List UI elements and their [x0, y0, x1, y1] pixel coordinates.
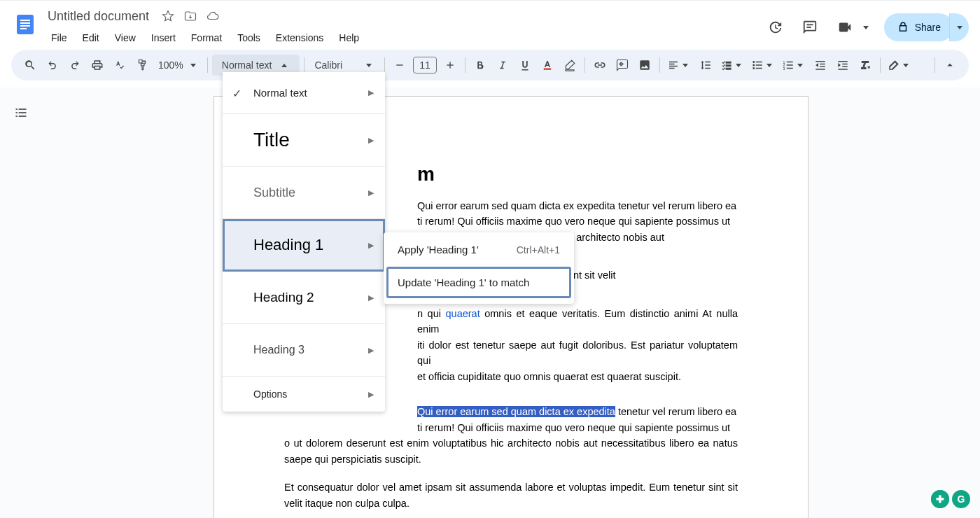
meet-caret-icon[interactable] [859, 26, 873, 29]
style-option-subtitle[interactable]: Subtitle ▶ [223, 167, 385, 219]
menu-edit[interactable]: Edit [76, 29, 106, 46]
extension-badges: ✚ G [931, 490, 970, 508]
svg-rect-31 [838, 61, 848, 62]
move-icon[interactable] [184, 10, 197, 22]
comments-icon[interactable] [796, 13, 824, 41]
numbered-list-icon[interactable]: 123 [779, 55, 808, 76]
svg-rect-12 [669, 64, 675, 65]
menu-extensions[interactable]: Extensions [270, 29, 330, 46]
spellcheck-icon[interactable] [109, 55, 130, 76]
extension-badge-icon[interactable]: ✚ [931, 490, 949, 508]
document-title[interactable]: Untitled document [45, 9, 152, 24]
font-size-group: 11 [389, 55, 461, 76]
outline-toggle-icon[interactable] [8, 100, 34, 125]
print-icon[interactable] [87, 55, 108, 76]
style-option-title[interactable]: Title ▶ [223, 114, 385, 167]
heading1-submenu: Apply 'Heading 1' Ctrl+Alt+1 Update 'Hea… [384, 232, 574, 304]
menu-tools[interactable]: Tools [231, 29, 267, 46]
svg-rect-27 [816, 61, 825, 62]
add-comment-icon[interactable] [612, 55, 633, 76]
separator [880, 57, 881, 73]
indent-decrease-icon[interactable] [810, 55, 831, 76]
menu-insert[interactable]: Insert [145, 29, 182, 46]
svg-rect-33 [842, 66, 848, 68]
italic-icon[interactable] [492, 55, 513, 76]
doc-paragraph: Et consequatur dolor vel amet ipsam sit … [284, 479, 738, 511]
checklist-icon[interactable] [718, 55, 747, 76]
svg-text:3: 3 [783, 66, 785, 71]
toolbar: 100% Normal text Calibri 11 [11, 50, 969, 80]
zoom-value: 100% [158, 59, 183, 71]
redo-icon[interactable] [64, 55, 85, 76]
separator [304, 57, 304, 73]
svg-rect-40 [19, 115, 27, 117]
svg-rect-34 [838, 69, 848, 70]
search-icon[interactable] [20, 55, 41, 76]
zoom-select[interactable]: 100% [154, 59, 203, 71]
line-spacing-icon[interactable] [695, 55, 716, 76]
insert-image-icon[interactable] [634, 55, 655, 76]
bulleted-list-icon[interactable] [748, 55, 778, 76]
meet-icon[interactable] [831, 13, 859, 41]
editing-mode-icon[interactable] [885, 55, 914, 76]
menu-help[interactable]: Help [332, 29, 365, 46]
svg-rect-10 [544, 69, 552, 70]
apply-heading1[interactable]: Apply 'Heading 1' Ctrl+Alt+1 [384, 237, 574, 262]
share-button[interactable]: Share [884, 13, 953, 41]
menu-view[interactable]: View [108, 29, 142, 46]
svg-rect-19 [756, 64, 762, 66]
svg-point-15 [752, 61, 755, 63]
highlight-icon[interactable] [559, 55, 580, 76]
grammarly-icon[interactable]: G [952, 490, 970, 508]
svg-rect-20 [756, 68, 762, 69]
doc-link[interactable]: quaerat [446, 308, 480, 319]
insert-link-icon[interactable] [589, 55, 610, 76]
undo-icon[interactable] [42, 55, 63, 76]
svg-rect-4 [20, 28, 27, 29]
submenu-arrow-icon: ▶ [368, 293, 374, 302]
menu-file[interactable]: File [45, 29, 74, 46]
submenu-arrow-icon: ▶ [368, 346, 374, 355]
font-size-input[interactable]: 11 [413, 57, 437, 74]
submenu-arrow-icon: ▶ [368, 136, 374, 145]
selected-text: Qui error earum sed quam dicta ex expedi… [417, 406, 615, 417]
text-color-icon[interactable] [537, 55, 558, 76]
svg-rect-14 [669, 68, 675, 69]
indent-increase-icon[interactable] [832, 55, 853, 76]
align-icon[interactable] [664, 55, 694, 76]
style-option-heading-3[interactable]: Heading 3 ▶ [223, 324, 385, 377]
star-icon[interactable] [162, 10, 174, 22]
svg-rect-30 [816, 69, 825, 70]
style-option-normal-text[interactable]: ✓ Normal text ▶ [223, 72, 385, 114]
doc-title-row: Untitled document [45, 6, 761, 26]
svg-rect-39 [16, 115, 18, 117]
cloud-status-icon[interactable] [206, 10, 219, 22]
underline-icon[interactable] [514, 55, 536, 76]
toolbar-wrap: 100% Normal text Calibri 11 [0, 48, 980, 88]
svg-rect-25 [787, 64, 793, 66]
separator [659, 57, 660, 73]
menu-format[interactable]: Format [185, 29, 228, 46]
style-option-heading-2[interactable]: Heading 2 ▶ [223, 272, 385, 324]
update-heading1-to-match[interactable]: Update 'Heading 1' to match [388, 268, 570, 297]
share-caret[interactable] [949, 13, 969, 41]
style-option-heading-1[interactable]: Heading 1 ▶ [223, 219, 385, 272]
style-option-options[interactable]: Options ▶ [223, 377, 385, 412]
clear-formatting-icon[interactable] [855, 55, 876, 76]
svg-rect-1 [20, 20, 30, 21]
bold-icon[interactable] [470, 55, 491, 76]
meet-button[interactable] [831, 13, 873, 41]
font-select[interactable]: Calibri [309, 59, 380, 71]
history-icon[interactable] [761, 13, 789, 41]
collapse-toolbar-icon[interactable] [939, 55, 960, 76]
titlebar-right: Share [761, 6, 969, 41]
separator [207, 57, 208, 73]
docs-app-icon[interactable] [11, 6, 39, 43]
font-size-increase[interactable] [440, 55, 461, 76]
font-size-decrease[interactable] [389, 55, 410, 76]
svg-rect-26 [787, 68, 793, 69]
svg-rect-9 [449, 62, 450, 68]
svg-rect-24 [787, 62, 793, 63]
paint-format-icon[interactable] [132, 55, 153, 76]
doc-paragraph: o ut dolorem deserunt est enim voluptati… [284, 435, 738, 467]
